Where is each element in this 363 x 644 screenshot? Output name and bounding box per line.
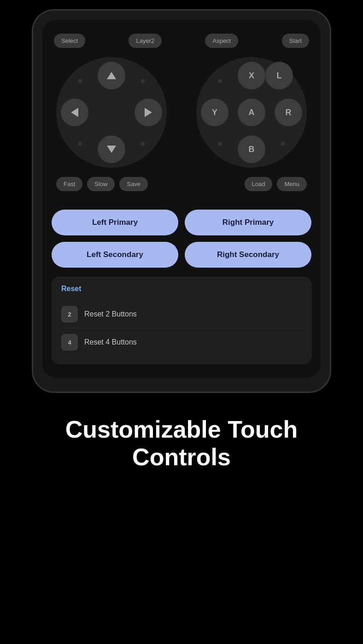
dot-br2 (281, 142, 285, 146)
slow-button[interactable]: Slow (87, 177, 115, 191)
dot-bl (78, 142, 82, 146)
dot-tl2 (218, 79, 222, 83)
layer2-button[interactable]: Layer2 (129, 34, 162, 48)
menu-button[interactable]: Menu (277, 177, 307, 191)
face-y-button[interactable]: Y (201, 99, 228, 126)
reset-2-icon: 2 (61, 306, 78, 322)
load-button[interactable]: Load (245, 177, 273, 191)
main-title: Customizable Touch Controls (28, 416, 335, 471)
right-primary-button[interactable]: Right Primary (185, 210, 311, 235)
arrow-up-icon (107, 72, 116, 79)
arrow-right-icon (145, 108, 152, 117)
reset-4-label: Reset 4 Buttons (84, 338, 137, 346)
top-buttons-row: Select Layer2 Aspect Start (49, 34, 314, 48)
phone-mockup: Select Layer2 Aspect Start (32, 9, 331, 393)
controller-area: Select Layer2 Aspect Start (42, 29, 321, 200)
face-x-button[interactable]: X (238, 62, 265, 89)
fast-button[interactable]: Fast (56, 177, 82, 191)
reset-4-icon: 4 (61, 334, 78, 351)
reset-title: Reset (61, 285, 302, 293)
save-button[interactable]: Save (119, 177, 148, 191)
arrow-down-icon (107, 146, 116, 153)
dot-br (141, 142, 145, 146)
reset-4-item[interactable]: 4 Reset 4 Buttons (61, 328, 302, 356)
select-button[interactable]: Select (54, 34, 85, 48)
bottom-buttons-row: Fast Slow Save Load Menu (49, 172, 314, 191)
left-primary-button[interactable]: Left Primary (52, 210, 178, 235)
face-b-button[interactable]: B (238, 135, 265, 163)
dot-tl (78, 79, 82, 83)
right-secondary-button[interactable]: Right Secondary (185, 242, 311, 268)
reset-2-label: Reset 2 Buttons (84, 310, 137, 318)
pads-row: X L Y A R B (49, 53, 314, 172)
phone-screen: Select Layer2 Aspect Start (42, 20, 321, 378)
reset-section: Reset 2 Reset 2 Buttons 4 Reset 4 Button… (52, 277, 311, 364)
aspect-button[interactable]: Aspect (205, 34, 238, 48)
title-section: Customizable Touch Controls (0, 393, 363, 494)
bottom-left-group: Fast Slow Save (56, 177, 148, 191)
face-a-button[interactable]: A (238, 99, 265, 126)
left-secondary-button[interactable]: Left Secondary (52, 242, 178, 268)
dot-bl2 (218, 142, 222, 146)
dot-tr (141, 79, 145, 83)
bottom-right-group: Load Menu (245, 177, 307, 191)
start-button[interactable]: Start (282, 34, 309, 48)
dpad-container (52, 53, 171, 172)
dpad-left-button[interactable] (61, 99, 88, 126)
dpad-down-button[interactable] (98, 135, 125, 163)
dpad-up-button[interactable] (98, 62, 125, 89)
face-l-button[interactable]: L (265, 62, 293, 89)
arrow-left-icon (71, 108, 78, 117)
reset-2-item[interactable]: 2 Reset 2 Buttons (61, 300, 302, 328)
dpad-right-button[interactable] (135, 99, 162, 126)
face-r-button[interactable]: R (275, 99, 302, 126)
face-buttons-container: X L Y A R B (192, 53, 311, 172)
assign-buttons-grid: Left Primary Right Primary Left Secondar… (42, 200, 321, 272)
